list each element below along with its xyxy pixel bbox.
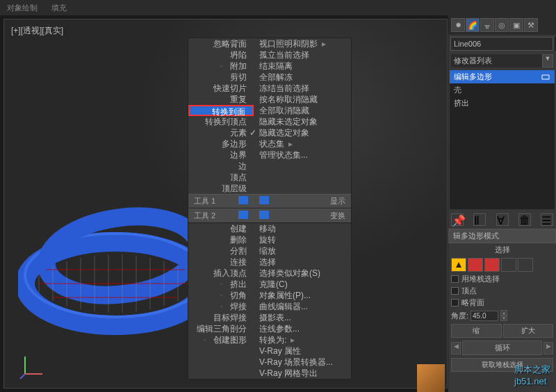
quad-item[interactable]: 转换为:	[254, 334, 351, 345]
quad-item[interactable]: 重复	[188, 94, 254, 105]
quad-item[interactable]: V-Ray 属性	[254, 345, 351, 357]
quad-item[interactable]: 结束隔离	[254, 60, 351, 72]
watermark-logo	[417, 364, 445, 392]
quad-item[interactable]: 创建图形	[188, 334, 254, 345]
viewport-label[interactable]: [+][透视][真实]	[11, 25, 63, 37]
quad-item[interactable]: 边界	[188, 149, 254, 161]
angle-row: 角度: ▲▼	[448, 309, 556, 322]
edge-subobj-button[interactable]	[468, 258, 483, 272]
pin-stack-icon[interactable]: 📌	[451, 213, 464, 226]
ignore-backfacing-row[interactable]: 略背面	[448, 297, 556, 309]
hierarchy-tab-icon[interactable]: ᚂ	[480, 18, 494, 32]
quad-item[interactable]: 坍陷	[188, 49, 254, 60]
expand-button[interactable]: 扩大	[503, 324, 554, 338]
quad-indicator-icon	[259, 196, 269, 204]
topbar-item[interactable]: 填充	[51, 3, 67, 13]
modifier-stack-item[interactable]: 壳	[450, 83, 555, 97]
quad-item[interactable]: 分割	[188, 245, 254, 256]
quad-item[interactable]: 摄影表...	[254, 312, 351, 323]
quad-item[interactable]: 焊接	[188, 301, 254, 312]
quad-item[interactable]: 视口照明和阴影	[254, 38, 351, 49]
polygon-subobj-button[interactable]	[501, 258, 516, 272]
use-stack-selection-row[interactable]: 用堆栈选择	[448, 273, 556, 285]
quad-item[interactable]: 编辑三角剖分	[188, 323, 254, 334]
quad-item[interactable]: 全部解冻	[254, 72, 351, 83]
stack-tools-row: 📌 Ⅱ ∀ 🗑 ☰	[448, 211, 556, 229]
quad-item[interactable]: 移动	[254, 223, 351, 234]
vertex-subobj-button[interactable]	[451, 258, 466, 272]
modify-tab-icon[interactable]: 🌈	[466, 18, 480, 32]
quad-item[interactable]: 插入顶点	[188, 268, 254, 279]
loop-button[interactable]: 循环	[462, 341, 542, 355]
motion-tab-icon[interactable]: ◎	[495, 18, 509, 32]
quad-item[interactable]: 连接	[188, 256, 254, 268]
quad-item[interactable]: 冻结当前选择	[254, 83, 351, 94]
quad-item[interactable]: 连线参数...	[254, 323, 351, 334]
quad-item[interactable]: 全部取消隐藏	[254, 105, 351, 116]
modifier-stack-item[interactable]: 挤出	[450, 97, 555, 110]
modifier-stack[interactable]: 编辑多边形 壳 挤出	[450, 70, 555, 209]
quad-item[interactable]: 状态集	[254, 138, 351, 149]
quad-item[interactable]: 附加	[188, 60, 254, 72]
quad-item[interactable]: 删除	[188, 234, 254, 245]
quad-item[interactable]: 克隆(C)	[254, 279, 351, 290]
make-unique-icon[interactable]: ∀	[496, 213, 509, 226]
quad-item[interactable]: 忽略背面	[188, 38, 254, 49]
quad-item[interactable]: 按名称取消隐藏	[254, 94, 351, 105]
vertex-icon	[455, 261, 463, 269]
quad-item[interactable]: V-Ray 网格导出	[254, 368, 351, 379]
chevron-down-icon: ▼	[542, 54, 553, 67]
display-tab-icon[interactable]: ▣	[509, 18, 523, 32]
loop-prev-icon[interactable]: ◀	[451, 342, 461, 354]
quad-item[interactable]: 管理状态集...	[254, 149, 351, 161]
configure-sets-icon[interactable]: ☰	[541, 213, 553, 226]
quad-item-convert-to-face[interactable]: 转换到面	[188, 105, 254, 116]
angle-input[interactable]	[471, 311, 498, 321]
quad-item[interactable]: 顶点	[188, 172, 254, 183]
quad-item[interactable]: 剪切	[188, 72, 254, 83]
quad-item[interactable]: 孤立当前选择	[254, 49, 351, 60]
loop-next-icon[interactable]: ▶	[543, 342, 553, 354]
quad-item[interactable]: 缩放	[254, 245, 351, 256]
quad-item[interactable]: 隐藏未选定对象	[254, 116, 351, 127]
checkbox-label: 顶点	[461, 286, 477, 296]
modifier-stack-item[interactable]: 编辑多边形	[450, 70, 555, 83]
quad-item[interactable]: 创建	[188, 223, 254, 234]
modifier-list-dropdown[interactable]: 修改器列表 ▼	[448, 53, 556, 69]
command-panel: ✹ 🌈 ᚂ ◎ ▣ ⚒ 修改器列表 ▼ 编辑多边形 壳 挤出 📌 Ⅱ ∀	[448, 15, 556, 392]
quad-item[interactable]: V-Ray 场景转换器...	[254, 357, 351, 368]
by-vertex-row[interactable]: 顶点	[448, 285, 556, 297]
quad-item[interactable]: 元素	[188, 127, 254, 138]
shrink-button[interactable]: 缩	[451, 324, 502, 338]
checkbox-label: 用堆栈选择	[461, 274, 500, 284]
quad-right-column: 视口照明和阴影 孤立当前选择 结束隔离 全部解冻 冻结当前选择 按名称取消隐藏 …	[254, 38, 351, 379]
topbar-item[interactable]: 对象绘制	[7, 3, 38, 13]
remove-modifier-icon[interactable]: 🗑	[518, 213, 531, 226]
rollout-header[interactable]: 辑多边形模式	[448, 229, 556, 243]
quad-item[interactable]: 快速切片	[188, 83, 254, 94]
axis-gizmo	[18, 353, 46, 381]
show-result-icon[interactable]: Ⅱ	[473, 213, 486, 226]
quad-item[interactable]: 选择	[254, 256, 351, 268]
quad-item[interactable]: 转换到顶点	[188, 116, 254, 127]
spinner-down-icon[interactable]: ▼	[500, 316, 507, 321]
utilities-tab-icon[interactable]: ⚒	[524, 18, 538, 32]
quad-item[interactable]: 选择类似对象(S)	[254, 268, 351, 279]
quad-item[interactable]: 边	[188, 161, 254, 172]
quad-item[interactable]: 顶层级	[188, 183, 254, 194]
create-tab-icon[interactable]: ✹	[451, 18, 465, 32]
border-subobj-button[interactable]	[484, 258, 500, 272]
quad-header-transform: 变换	[254, 209, 351, 223]
object-name-input[interactable]	[450, 37, 553, 51]
quad-item[interactable]: 旋转	[254, 234, 351, 245]
quad-item[interactable]: 目标焊接	[188, 312, 254, 323]
quad-item[interactable]: 隐藏选定对象	[254, 127, 351, 138]
quad-item[interactable]: 对象属性(P)...	[254, 290, 351, 301]
spinner-up-icon[interactable]: ▲	[500, 310, 507, 316]
quad-item[interactable]: 多边形	[188, 138, 254, 149]
element-subobj-button[interactable]	[518, 258, 533, 272]
quad-item[interactable]: 挤出	[188, 279, 254, 290]
quad-item[interactable]: 切角	[188, 290, 254, 301]
panel-tab-row: ✹ 🌈 ᚂ ◎ ▣ ⚒	[448, 15, 556, 35]
quad-item[interactable]: 曲线编辑器...	[254, 301, 351, 312]
